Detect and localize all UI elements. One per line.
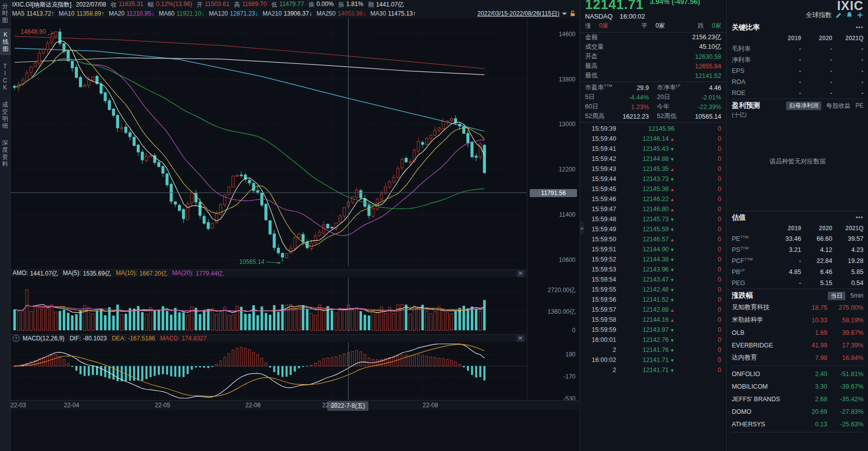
- mover-row[interactable]: MOBILICOM3.30-39.67%: [732, 380, 863, 393]
- volume-chart[interactable]: [11, 278, 527, 332]
- valuation-rows: PETTM33.4666.6039.57PSTTM3.214.124.23PCF…: [732, 233, 863, 289]
- mover-row[interactable]: JEFFS' BRANDS2.68-35.42%: [732, 393, 863, 405]
- x-axis-date: 22-03: [11, 402, 26, 409]
- quote-pair-rows: 市盈率TTM29.9市净率LF4.465日-4.44%20日-2.01%60日1…: [580, 83, 726, 121]
- tick-row: 212141.76 ▼0: [580, 345, 726, 355]
- forecast-tab-2[interactable]: 每股收益: [826, 102, 850, 110]
- section-title: 关键比率: [732, 23, 760, 32]
- chevron-down-icon[interactable]: [562, 13, 567, 18]
- volume-axis-label: 2720.00亿: [548, 286, 575, 295]
- ratio-row: EPS---: [732, 65, 863, 76]
- movers-tab-1[interactable]: 当日: [828, 292, 845, 300]
- valuation-row: PBLF4.856.465.85: [732, 266, 863, 278]
- sidebar-tab-5[interactable]: 深度资料: [1, 137, 10, 169]
- x-axis-date: 22-05: [155, 402, 170, 409]
- expand-panel-icon[interactable]: »: [580, 221, 584, 235]
- column-header: 2019: [770, 35, 801, 42]
- date-range-selector[interactable]: 2022/03/15-2022/08/26(115日): [477, 10, 579, 18]
- mover-row[interactable]: 米勒娃科学10.3358.19%: [732, 314, 863, 326]
- unlock-icon[interactable]: [569, 10, 576, 17]
- mover-row[interactable]: EVERBRIDGE41.9917.39%: [732, 339, 863, 351]
- quote-row: 最低12141.52: [580, 71, 726, 80]
- y-axis-label: 10600: [559, 256, 575, 263]
- macd-pane-header: ? MACD(12,26,9) DIF: -80.1023 DEA: -167.…: [11, 334, 527, 342]
- ratio-row: ROE---: [732, 87, 863, 99]
- view-mode-sidebar: 分时图K线图TICK成交明细深度资料: [0, 0, 11, 451]
- exchange-row: NASDAQ 16:00:02: [580, 12, 726, 21]
- tick-row: 16:00:0112142.76 ▼0: [580, 335, 726, 345]
- more-menu-icon[interactable]: •••: [855, 24, 863, 31]
- y-axis-label: 12200: [559, 166, 575, 173]
- ma-value: MA6011921.10↓: [159, 10, 205, 17]
- market-count: 平0家: [641, 22, 665, 30]
- forecast-tab-3[interactable]: PE: [855, 102, 863, 109]
- vol-ma5-value: 1535.69亿: [83, 269, 111, 278]
- mover-row[interactable]: 达内教育7.9816.84%: [732, 351, 863, 364]
- date-range-text[interactable]: 2022/03/15-2022/08/26(115日): [477, 10, 559, 18]
- x-axis-date: 22-08: [423, 402, 438, 409]
- close-icon[interactable]: ✕: [517, 335, 524, 342]
- key-ratios-header: 关键比率 •••: [732, 21, 863, 33]
- x-axis-date: 22-07: [322, 402, 338, 409]
- time-and-sales-list[interactable]: 15:59:3912145.96015:59:4012146.14 ▲015:5…: [580, 124, 726, 375]
- help-icon[interactable]: ?: [13, 335, 20, 342]
- sidebar-tab-4[interactable]: 成交明细: [1, 99, 10, 131]
- amo-value: 1441.07亿: [30, 269, 58, 278]
- ohlc-field: 振1.81%: [338, 1, 363, 9]
- time-axis[interactable]: 2022-7-8(五) 22-0322-0422-0522-0622-0722-…: [11, 400, 579, 410]
- macd-chart[interactable]: [11, 342, 527, 400]
- close-icon[interactable]: ✕: [517, 270, 524, 277]
- y-axis-label: 11400: [559, 211, 575, 218]
- amo-label: AMO:: [13, 269, 28, 278]
- ma-value: MA3011475.13↑: [370, 10, 416, 17]
- tick-row: 15:59:5612141.52 ▼0: [580, 295, 726, 305]
- macd-axis-label: 190: [565, 351, 575, 358]
- vol-ma20-label: MA(20):: [172, 269, 194, 278]
- section-title: 涨跌幅: [732, 291, 753, 300]
- vol-ma5-label: MA(5):: [63, 269, 81, 278]
- tick-row: 16:00:0212141.71 ▼0: [580, 355, 726, 365]
- no-data-message: 该品种暂无对应数据: [732, 119, 863, 204]
- hover-date: 2022/07/08: [76, 1, 106, 8]
- vol-ma20-value: 1779.44亿: [196, 269, 223, 278]
- tick-row: 15:59:5812144.16 ▲0: [580, 315, 726, 325]
- sidebar-tab-3[interactable]: TICK: [1, 61, 10, 93]
- edit-icon[interactable]: [835, 12, 842, 19]
- valuation-columns: 201920202021Q: [732, 223, 863, 233]
- mover-row[interactable]: OLB1.6939.67%: [732, 326, 863, 339]
- key-ratios-columns: 201920202021Q: [732, 33, 863, 43]
- sidebar-tab-1[interactable]: 分时图: [1, 1, 10, 26]
- movers-tab-2[interactable]: 5min: [850, 292, 863, 299]
- y-axis-label: 13800: [559, 76, 575, 83]
- candlestick-chart[interactable]: 14648.9010565.14: [11, 18, 527, 266]
- mover-row[interactable]: ATHERSYS0.13-25.63%: [732, 418, 863, 430]
- ohlc-field: 高11689.70: [234, 1, 266, 9]
- alert-bell-icon[interactable]: [846, 12, 853, 19]
- macd-axis-label: -170: [563, 373, 575, 380]
- mover-row[interactable]: DOMO20.69-27.83%: [732, 405, 863, 418]
- forecast-tab-1[interactable]: 归母净利润: [786, 102, 821, 110]
- fundamentals-panel: IXIC 全球指数 关键比率 ••• 201920202021Q 毛利率---净…: [727, 0, 868, 451]
- quote-rows: 金额2156.23亿成交量45.10亿开盘12630.58最高12655.84最…: [580, 33, 726, 80]
- tick-row: 15:59:4912145.59 ▼0: [580, 224, 726, 234]
- chart-column: IXIC.GI[纳斯达克指数] 2022/07/08 收11635.31幅0.1…: [11, 0, 579, 451]
- ohlc-field: 换0.00%: [309, 1, 334, 9]
- mover-row[interactable]: ONFOLIO2.40-51.81%: [732, 368, 863, 380]
- tick-row: 15:59:4612146.22 ▲0: [580, 194, 726, 204]
- ma-value: MA1011358.89↑: [59, 10, 105, 17]
- volume-axis-label: 1360.00亿: [548, 308, 575, 316]
- sidebar-tab-2[interactable]: K线图: [1, 29, 11, 55]
- price-axis[interactable]: 11791.56 1460013800130001220011400106002…: [527, 18, 580, 409]
- add-to-watchlist-icon[interactable]: [856, 12, 863, 19]
- mover-row[interactable]: 见知教育科技18.75275.00%: [732, 301, 863, 314]
- crosshair-price-badge: 11791.56: [530, 189, 577, 197]
- vol-ma10-value: 1667.20亿: [139, 269, 167, 278]
- ma-value: MA25014053.98↓: [317, 10, 366, 17]
- macd-value: 174.8327: [181, 335, 207, 342]
- tick-row: 15:59:4012146.14 ▲0: [580, 134, 726, 144]
- divider: [732, 366, 863, 366]
- market-count: 涨0家: [585, 22, 609, 30]
- ohlc-info-bar: IXIC.GI[纳斯达克指数] 2022/07/08 收11635.31幅0.1…: [11, 0, 579, 9]
- last-price: 12141.71: [585, 0, 644, 12]
- more-menu-icon[interactable]: •••: [855, 214, 863, 221]
